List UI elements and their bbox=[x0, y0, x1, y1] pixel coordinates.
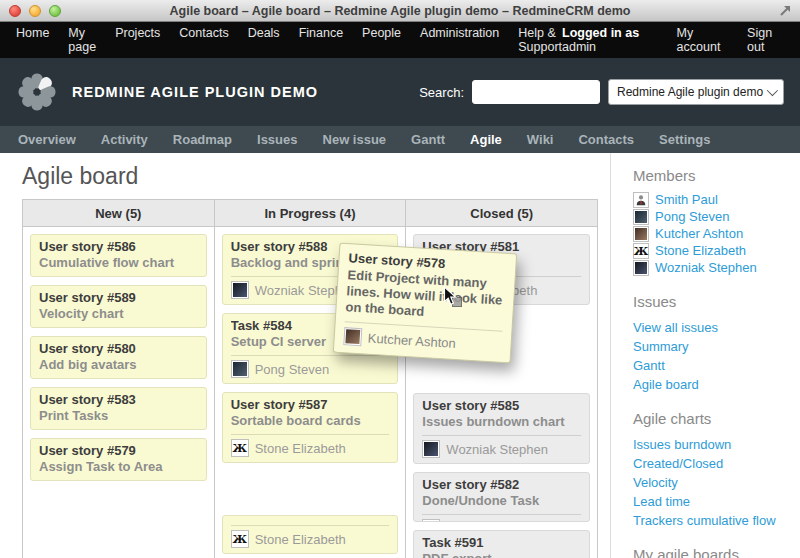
card-title: User story #579 bbox=[39, 443, 198, 459]
close-button[interactable] bbox=[9, 5, 21, 17]
board-column-new: User story #586Cumulative flow chartUser… bbox=[23, 227, 214, 558]
search-input[interactable] bbox=[472, 80, 600, 104]
sidebar-link-summary[interactable]: Summary bbox=[633, 339, 689, 355]
card-subject: Add big avatars bbox=[39, 357, 198, 373]
column-header-closed: Closed (5) bbox=[405, 200, 597, 227]
card-title: Task #591 bbox=[422, 535, 581, 551]
member-row: Pong Steven bbox=[633, 209, 792, 225]
board-card[interactable]: User story #587Sortable board cardsЖSton… bbox=[222, 392, 399, 463]
app-header: REDMINE AGILE PLUGIN DEMO Search: Redmin… bbox=[0, 58, 800, 126]
avatar-stone-elizabeth: Ж bbox=[231, 439, 249, 457]
member-link-smith-paul[interactable]: Smith Paul bbox=[655, 192, 718, 208]
card-subject: Velocity chart bbox=[39, 306, 198, 322]
tab-new-issue[interactable]: New issue bbox=[323, 132, 387, 147]
sidebar-section-issues: View all issuesSummaryGanttAgile board bbox=[633, 318, 792, 393]
minimize-button[interactable] bbox=[29, 5, 41, 17]
fullscreen-icon[interactable] bbox=[778, 4, 792, 18]
project-select[interactable]: Redmine Agile plugin demo bbox=[608, 79, 784, 105]
project-select-value: Redmine Agile plugin demo bbox=[617, 85, 763, 99]
user-link[interactable]: admin bbox=[562, 40, 596, 54]
avatar-stone-elizabeth: Ж bbox=[633, 243, 649, 259]
topnav-item-contacts[interactable]: Contacts bbox=[179, 26, 228, 54]
dragged-card[interactable]: User story #578 Edit Project with many l… bbox=[333, 243, 517, 364]
tab-roadmap[interactable]: Roadmap bbox=[173, 132, 232, 147]
member-link-pong-steven[interactable]: Pong Steven bbox=[655, 209, 729, 225]
topnav-item-projects[interactable]: Projects bbox=[115, 26, 160, 54]
assignee-name: Pong Steven bbox=[255, 362, 329, 377]
avatar-photo bbox=[424, 521, 438, 522]
zoom-button[interactable] bbox=[49, 5, 61, 17]
card-assignee: ЖStone Elizabeth bbox=[231, 525, 390, 548]
assignee-name: Pong Steven bbox=[446, 521, 520, 523]
avatar-pong-steven bbox=[633, 209, 649, 225]
avatar-photo bbox=[233, 362, 247, 376]
sidebar-link-row: Gantt bbox=[633, 356, 792, 374]
topnav-item-help-support[interactable]: Help & Support bbox=[518, 26, 562, 54]
topnav-item-finance[interactable]: Finance bbox=[299, 26, 343, 54]
mouse-cursor bbox=[441, 286, 459, 306]
member-link-wozniak-stephen[interactable]: Wozniak Stephen bbox=[655, 260, 757, 276]
tab-activity[interactable]: Activity bbox=[101, 132, 148, 147]
board-card[interactable]: User story #586Cumulative flow chart bbox=[30, 234, 207, 277]
avatar-photo bbox=[424, 442, 438, 456]
board-card[interactable]: Task #591PDF export bbox=[413, 530, 590, 558]
sidebar-section-members: Smith PaulPong StevenKutcher AshtonЖSton… bbox=[633, 192, 792, 276]
member-link-kutcher-ashton[interactable]: Kutcher Ashton bbox=[655, 226, 743, 242]
topnav-item-administration[interactable]: Administration bbox=[420, 26, 499, 54]
tab-wiki[interactable]: Wiki bbox=[527, 132, 554, 147]
sidebar-link-gantt[interactable]: Gantt bbox=[633, 358, 665, 374]
column-header-new: New (5) bbox=[23, 200, 214, 227]
tab-gantt[interactable]: Gantt bbox=[411, 132, 445, 147]
card-subject: Done/Undone Task bbox=[422, 493, 581, 509]
traffic-lights bbox=[9, 5, 61, 17]
tab-agile[interactable]: Agile bbox=[470, 132, 502, 147]
topnav-item-people[interactable]: People bbox=[362, 26, 401, 54]
sidebar-section-agile-charts: Issues burndownCreated/ClosedVelocityLea… bbox=[633, 435, 792, 529]
avatar-glyph: Ж bbox=[233, 441, 247, 455]
member-link-stone-elizabeth[interactable]: Stone Elizabeth bbox=[655, 243, 746, 259]
topnav-item-deals[interactable]: Deals bbox=[248, 26, 280, 54]
avatar-kutcher-ashton bbox=[633, 226, 649, 242]
topnav-item-my-page[interactable]: My page bbox=[68, 26, 96, 54]
board-card[interactable]: User story #582Done/Undone TaskPong Stev… bbox=[413, 472, 590, 522]
topnav-item-sign-out[interactable]: Sign out bbox=[747, 26, 784, 54]
column-header-in-progress: In Progress (4) bbox=[214, 200, 406, 227]
card-subject: PDF export bbox=[422, 551, 581, 558]
board-card[interactable]: User story #589Velocity chart bbox=[30, 285, 207, 328]
board-card[interactable]: ЖStone Elizabeth bbox=[222, 515, 399, 554]
board-card[interactable]: User story #583Print Tasks bbox=[30, 387, 207, 430]
card-title: User story #585 bbox=[422, 398, 581, 414]
sidebar-link-velocity[interactable]: Velocity bbox=[633, 475, 678, 491]
window-titlebar: Agile board – Agile board – Redmine Agil… bbox=[0, 0, 800, 22]
sidebar-link-agile-board[interactable]: Agile board bbox=[633, 377, 699, 393]
avatar-pong-steven bbox=[422, 519, 440, 522]
sidebar-link-created-closed[interactable]: Created/Closed bbox=[633, 456, 723, 472]
sidebar-heading-members: Members bbox=[633, 167, 792, 184]
sidebar-link-view-all-issues[interactable]: View all issues bbox=[633, 320, 718, 336]
avatar-glyph: Ж bbox=[233, 532, 247, 546]
board-card[interactable]: User story #580Add big avatars bbox=[30, 336, 207, 379]
sidebar-link-lead-time[interactable]: Lead time bbox=[633, 494, 690, 510]
board-card[interactable]: User story #579Assign Task to Area bbox=[30, 438, 207, 481]
avatar-wozniak-stephen bbox=[231, 281, 249, 299]
sidebar-link-trackers-cumulative-flow[interactable]: Trackers cumulative flow bbox=[633, 513, 776, 529]
tab-contacts[interactable]: Contacts bbox=[578, 132, 634, 147]
topnav-item-my-account[interactable]: My account bbox=[677, 26, 728, 54]
topnav-item-home[interactable]: Home bbox=[16, 26, 49, 54]
avatar-wozniak-stephen bbox=[633, 260, 649, 276]
board-card[interactable]: User story #585Issues burndown chartWozn… bbox=[413, 393, 590, 464]
logged-in-label: Logged in as bbox=[562, 26, 639, 40]
assignee-name: Stone Elizabeth bbox=[255, 532, 346, 547]
top-nav-right-links: My accountSign out bbox=[677, 26, 784, 54]
member-row: Wozniak Stephen bbox=[633, 260, 792, 276]
search-label: Search: bbox=[419, 85, 464, 100]
tab-overview[interactable]: Overview bbox=[18, 132, 76, 147]
tab-issues[interactable]: Issues bbox=[257, 132, 297, 147]
avatar-kutcher-ashton bbox=[343, 327, 362, 346]
sidebar-heading-agile-charts: Agile charts bbox=[633, 410, 792, 427]
avatar-smith-paul bbox=[633, 192, 649, 208]
tab-settings[interactable]: Settings bbox=[659, 132, 710, 147]
card-title: User story #587 bbox=[231, 397, 390, 413]
card-assignee: ЖStone Elizabeth bbox=[231, 434, 390, 457]
sidebar-link-issues-burndown[interactable]: Issues burndown bbox=[633, 437, 731, 453]
